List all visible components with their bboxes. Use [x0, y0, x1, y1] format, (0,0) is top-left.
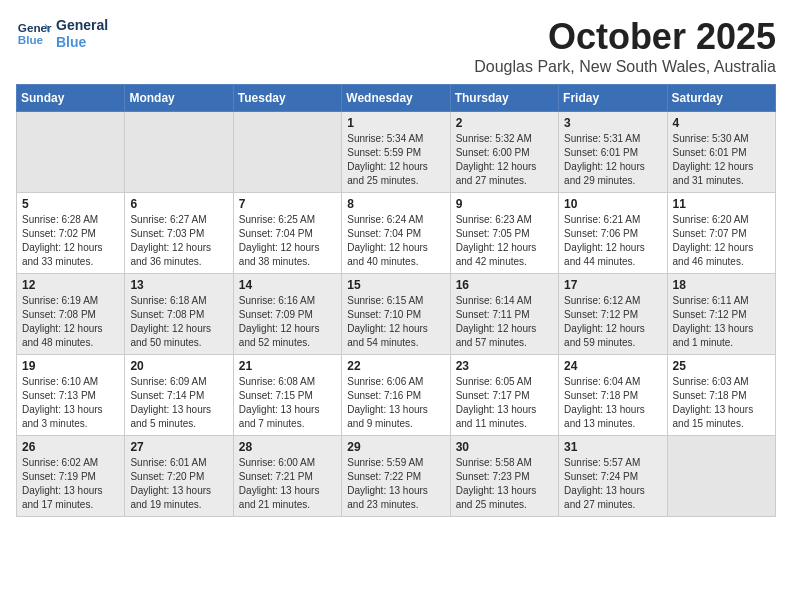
header-tuesday: Tuesday	[233, 85, 341, 112]
day-number: 4	[673, 116, 770, 130]
day-number: 28	[239, 440, 336, 454]
cell-detail: Sunrise: 5:30 AMSunset: 6:01 PMDaylight:…	[673, 132, 770, 188]
calendar-cell: 19Sunrise: 6:10 AMSunset: 7:13 PMDayligh…	[17, 355, 125, 436]
cell-detail: Sunrise: 6:09 AMSunset: 7:14 PMDaylight:…	[130, 375, 227, 431]
calendar-cell: 15Sunrise: 6:15 AMSunset: 7:10 PMDayligh…	[342, 274, 450, 355]
calendar-cell: 22Sunrise: 6:06 AMSunset: 7:16 PMDayligh…	[342, 355, 450, 436]
cell-detail: Sunrise: 6:05 AMSunset: 7:17 PMDaylight:…	[456, 375, 553, 431]
cell-detail: Sunrise: 5:32 AMSunset: 6:00 PMDaylight:…	[456, 132, 553, 188]
cell-detail: Sunrise: 6:16 AMSunset: 7:09 PMDaylight:…	[239, 294, 336, 350]
calendar-week-row: 5Sunrise: 6:28 AMSunset: 7:02 PMDaylight…	[17, 193, 776, 274]
cell-detail: Sunrise: 6:21 AMSunset: 7:06 PMDaylight:…	[564, 213, 661, 269]
location-title: Douglas Park, New South Wales, Australia	[474, 58, 776, 76]
day-number: 16	[456, 278, 553, 292]
page-header: General Blue General Blue October 2025 D…	[16, 16, 776, 76]
day-number: 24	[564, 359, 661, 373]
day-number: 1	[347, 116, 444, 130]
day-number: 10	[564, 197, 661, 211]
cell-detail: Sunrise: 6:20 AMSunset: 7:07 PMDaylight:…	[673, 213, 770, 269]
calendar-cell: 13Sunrise: 6:18 AMSunset: 7:08 PMDayligh…	[125, 274, 233, 355]
header-friday: Friday	[559, 85, 667, 112]
cell-detail: Sunrise: 6:19 AMSunset: 7:08 PMDaylight:…	[22, 294, 119, 350]
day-number: 12	[22, 278, 119, 292]
cell-detail: Sunrise: 6:11 AMSunset: 7:12 PMDaylight:…	[673, 294, 770, 350]
day-number: 17	[564, 278, 661, 292]
calendar-cell: 28Sunrise: 6:00 AMSunset: 7:21 PMDayligh…	[233, 436, 341, 517]
calendar-cell: 24Sunrise: 6:04 AMSunset: 7:18 PMDayligh…	[559, 355, 667, 436]
cell-detail: Sunrise: 6:02 AMSunset: 7:19 PMDaylight:…	[22, 456, 119, 512]
day-number: 18	[673, 278, 770, 292]
day-number: 31	[564, 440, 661, 454]
cell-detail: Sunrise: 6:00 AMSunset: 7:21 PMDaylight:…	[239, 456, 336, 512]
calendar-cell: 21Sunrise: 6:08 AMSunset: 7:15 PMDayligh…	[233, 355, 341, 436]
calendar-week-row: 1Sunrise: 5:34 AMSunset: 5:59 PMDaylight…	[17, 112, 776, 193]
header-thursday: Thursday	[450, 85, 558, 112]
calendar-cell: 23Sunrise: 6:05 AMSunset: 7:17 PMDayligh…	[450, 355, 558, 436]
day-number: 25	[673, 359, 770, 373]
cell-detail: Sunrise: 6:28 AMSunset: 7:02 PMDaylight:…	[22, 213, 119, 269]
cell-detail: Sunrise: 6:06 AMSunset: 7:16 PMDaylight:…	[347, 375, 444, 431]
day-number: 8	[347, 197, 444, 211]
cell-detail: Sunrise: 6:14 AMSunset: 7:11 PMDaylight:…	[456, 294, 553, 350]
cell-detail: Sunrise: 5:58 AMSunset: 7:23 PMDaylight:…	[456, 456, 553, 512]
day-number: 21	[239, 359, 336, 373]
logo: General Blue General Blue	[16, 16, 108, 52]
cell-detail: Sunrise: 6:01 AMSunset: 7:20 PMDaylight:…	[130, 456, 227, 512]
calendar-cell: 4Sunrise: 5:30 AMSunset: 6:01 PMDaylight…	[667, 112, 775, 193]
header-monday: Monday	[125, 85, 233, 112]
day-number: 29	[347, 440, 444, 454]
header-saturday: Saturday	[667, 85, 775, 112]
cell-detail: Sunrise: 6:08 AMSunset: 7:15 PMDaylight:…	[239, 375, 336, 431]
title-area: October 2025 Douglas Park, New South Wal…	[474, 16, 776, 76]
cell-detail: Sunrise: 6:25 AMSunset: 7:04 PMDaylight:…	[239, 213, 336, 269]
calendar-cell: 5Sunrise: 6:28 AMSunset: 7:02 PMDaylight…	[17, 193, 125, 274]
cell-detail: Sunrise: 6:18 AMSunset: 7:08 PMDaylight:…	[130, 294, 227, 350]
header-wednesday: Wednesday	[342, 85, 450, 112]
calendar-week-row: 19Sunrise: 6:10 AMSunset: 7:13 PMDayligh…	[17, 355, 776, 436]
calendar-cell: 20Sunrise: 6:09 AMSunset: 7:14 PMDayligh…	[125, 355, 233, 436]
day-number: 9	[456, 197, 553, 211]
calendar-cell: 11Sunrise: 6:20 AMSunset: 7:07 PMDayligh…	[667, 193, 775, 274]
day-number: 30	[456, 440, 553, 454]
cell-detail: Sunrise: 5:31 AMSunset: 6:01 PMDaylight:…	[564, 132, 661, 188]
day-number: 15	[347, 278, 444, 292]
cell-detail: Sunrise: 6:15 AMSunset: 7:10 PMDaylight:…	[347, 294, 444, 350]
day-number: 23	[456, 359, 553, 373]
day-number: 19	[22, 359, 119, 373]
calendar-cell: 1Sunrise: 5:34 AMSunset: 5:59 PMDaylight…	[342, 112, 450, 193]
cell-detail: Sunrise: 6:12 AMSunset: 7:12 PMDaylight:…	[564, 294, 661, 350]
day-number: 6	[130, 197, 227, 211]
calendar-cell: 3Sunrise: 5:31 AMSunset: 6:01 PMDaylight…	[559, 112, 667, 193]
calendar-table: SundayMondayTuesdayWednesdayThursdayFrid…	[16, 84, 776, 517]
calendar-cell: 2Sunrise: 5:32 AMSunset: 6:00 PMDaylight…	[450, 112, 558, 193]
logo-text-general: General	[56, 17, 108, 34]
cell-detail: Sunrise: 6:27 AMSunset: 7:03 PMDaylight:…	[130, 213, 227, 269]
calendar-cell: 7Sunrise: 6:25 AMSunset: 7:04 PMDaylight…	[233, 193, 341, 274]
logo-text-blue: Blue	[56, 34, 108, 51]
day-number: 2	[456, 116, 553, 130]
cell-detail: Sunrise: 6:10 AMSunset: 7:13 PMDaylight:…	[22, 375, 119, 431]
cell-detail: Sunrise: 6:04 AMSunset: 7:18 PMDaylight:…	[564, 375, 661, 431]
day-number: 27	[130, 440, 227, 454]
calendar-cell	[17, 112, 125, 193]
day-number: 14	[239, 278, 336, 292]
header-row: SundayMondayTuesdayWednesdayThursdayFrid…	[17, 85, 776, 112]
calendar-cell: 30Sunrise: 5:58 AMSunset: 7:23 PMDayligh…	[450, 436, 558, 517]
day-number: 20	[130, 359, 227, 373]
day-number: 22	[347, 359, 444, 373]
calendar-cell	[667, 436, 775, 517]
calendar-cell: 14Sunrise: 6:16 AMSunset: 7:09 PMDayligh…	[233, 274, 341, 355]
day-number: 5	[22, 197, 119, 211]
cell-detail: Sunrise: 5:59 AMSunset: 7:22 PMDaylight:…	[347, 456, 444, 512]
cell-detail: Sunrise: 6:03 AMSunset: 7:18 PMDaylight:…	[673, 375, 770, 431]
calendar-cell: 6Sunrise: 6:27 AMSunset: 7:03 PMDaylight…	[125, 193, 233, 274]
calendar-cell: 8Sunrise: 6:24 AMSunset: 7:04 PMDaylight…	[342, 193, 450, 274]
calendar-cell: 26Sunrise: 6:02 AMSunset: 7:19 PMDayligh…	[17, 436, 125, 517]
calendar-cell: 18Sunrise: 6:11 AMSunset: 7:12 PMDayligh…	[667, 274, 775, 355]
calendar-cell: 9Sunrise: 6:23 AMSunset: 7:05 PMDaylight…	[450, 193, 558, 274]
calendar-cell: 10Sunrise: 6:21 AMSunset: 7:06 PMDayligh…	[559, 193, 667, 274]
month-title: October 2025	[474, 16, 776, 58]
cell-detail: Sunrise: 5:57 AMSunset: 7:24 PMDaylight:…	[564, 456, 661, 512]
cell-detail: Sunrise: 6:23 AMSunset: 7:05 PMDaylight:…	[456, 213, 553, 269]
calendar-cell: 31Sunrise: 5:57 AMSunset: 7:24 PMDayligh…	[559, 436, 667, 517]
